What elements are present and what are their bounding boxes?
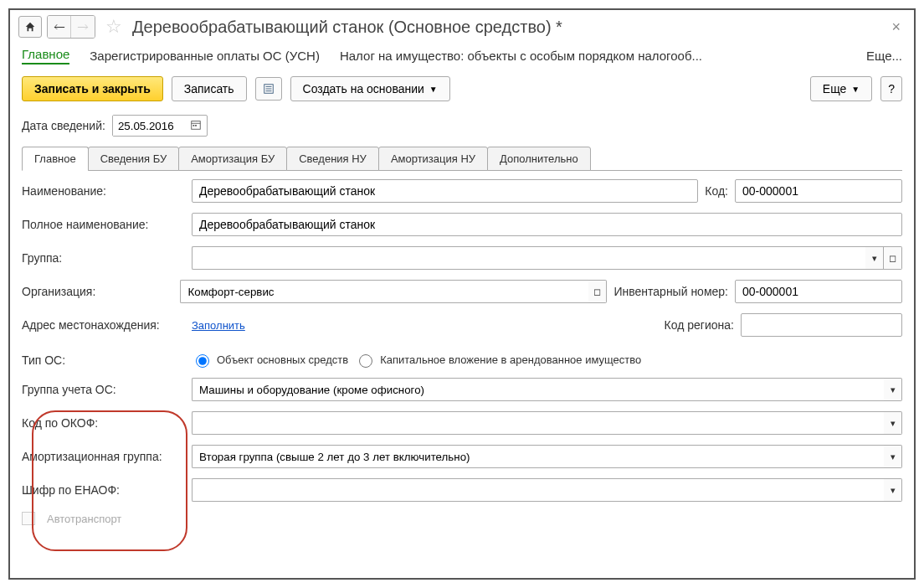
group-input[interactable] — [192, 246, 865, 270]
subtab-amort-nu[interactable]: Амортизация НУ — [378, 147, 488, 171]
accgroup-label: Группа учета ОС: — [22, 383, 185, 396]
accgroup-input[interactable] — [192, 378, 884, 401]
inv-label: Инвентарный номер: — [613, 285, 728, 298]
form-area: Наименование: Код: Полное наименование: … — [10, 171, 914, 544]
auto-label: Автотранспорт — [47, 513, 121, 525]
org-combo: ◻ — [180, 280, 607, 303]
okof-combo: ▾ — [192, 411, 902, 435]
more-button[interactable]: Еще ▼ — [810, 76, 872, 101]
enaof-combo: ▾ — [192, 478, 902, 502]
open-icon[interactable]: ◻ — [884, 246, 902, 270]
auto-checkbox — [22, 512, 35, 525]
addr-label: Адрес местонахождения: — [22, 318, 185, 332]
toolbar: Записать и закрыть Записать Создать на о… — [10, 73, 914, 111]
svg-rect-6 — [192, 125, 194, 126]
radio-capital[interactable]: Капитальное вложение в арендованное имущ… — [355, 352, 641, 368]
chevron-down-icon: ▼ — [429, 85, 438, 94]
amort-combo: ▾ — [192, 445, 902, 468]
date-label: Дата сведений: — [22, 119, 105, 132]
dropdown-icon[interactable]: ▾ — [884, 478, 902, 502]
radio-capital-input[interactable] — [359, 354, 372, 368]
date-input-wrap — [112, 115, 208, 137]
date-row: Дата сведений: — [10, 111, 914, 140]
inv-input[interactable] — [735, 280, 902, 303]
svg-rect-7 — [195, 125, 197, 126]
name-input[interactable] — [192, 179, 698, 203]
nav-group: 🡐 🡒 — [47, 15, 95, 39]
close-icon[interactable]: × — [886, 18, 906, 36]
subtabs: Главное Сведения БУ Амортизация БУ Сведе… — [22, 147, 902, 171]
accgroup-combo: ▾ — [192, 378, 902, 401]
name-label: Наименование: — [22, 184, 185, 198]
radio-object[interactable]: Объект основных средств — [192, 352, 348, 368]
dropdown-icon[interactable]: ▾ — [884, 411, 902, 435]
enaof-label: Шифр по ЕНАОФ: — [22, 483, 185, 497]
fullname-input[interactable] — [192, 213, 902, 236]
titlebar: 🡐 🡒 ☆ Деревообрабатывающий станок (Основ… — [10, 10, 914, 44]
calendar-icon[interactable] — [185, 119, 207, 133]
tab-more[interactable]: Еще... — [866, 49, 902, 63]
org-label: Организация: — [22, 285, 173, 298]
dropdown-icon[interactable]: ▾ — [884, 378, 902, 401]
fill-link[interactable]: Заполнить — [192, 319, 245, 332]
tab-main[interactable]: Главное — [22, 47, 69, 64]
dropdown-icon[interactable]: ▾ — [884, 445, 902, 468]
create-based-button[interactable]: Создать на основании ▼ — [290, 76, 450, 101]
tab-payments[interactable]: Зарегистрированные оплаты ОС (УСН) — [90, 49, 320, 63]
code-label: Код: — [705, 184, 728, 198]
group-label: Группа: — [22, 251, 185, 265]
subtab-extra[interactable]: Дополнительно — [487, 147, 591, 171]
subtab-nu[interactable]: Сведения НУ — [286, 147, 379, 171]
org-input[interactable] — [180, 280, 588, 303]
okof-label: Код по ОКОФ: — [22, 416, 185, 430]
home-button[interactable] — [18, 16, 42, 38]
help-button[interactable]: ? — [880, 76, 902, 101]
region-label: Код региона: — [665, 318, 734, 332]
amort-label: Амортизационная группа: — [22, 450, 185, 463]
radio-capital-label: Капитальное вложение в арендованное имущ… — [380, 353, 641, 366]
radio-object-input[interactable] — [196, 354, 209, 368]
enaof-input[interactable] — [192, 478, 884, 502]
list-icon-button[interactable] — [255, 77, 282, 101]
more-label: Еще — [823, 82, 847, 95]
type-label: Тип ОС: — [22, 353, 185, 367]
fullname-label: Полное наименование: — [22, 218, 185, 231]
amort-input[interactable] — [192, 445, 884, 468]
forward-button: 🡒 — [71, 16, 95, 38]
group-combo: ▾ ◻ — [192, 246, 902, 270]
favorite-icon[interactable]: ☆ — [105, 16, 122, 38]
create-based-label: Создать на основании — [303, 82, 424, 95]
radio-object-label: Объект основных средств — [217, 353, 348, 366]
tab-tax[interactable]: Налог на имущество: объекты с особым пор… — [340, 49, 702, 63]
open-icon[interactable]: ◻ — [588, 280, 607, 303]
dropdown-icon[interactable]: ▾ — [865, 246, 884, 270]
chevron-down-icon: ▼ — [851, 85, 860, 94]
back-button[interactable]: 🡐 — [48, 16, 71, 38]
save-close-button[interactable]: Записать и закрыть — [22, 76, 163, 101]
code-input[interactable] — [735, 179, 902, 203]
subtab-amort-bu[interactable]: Амортизация БУ — [178, 147, 287, 171]
subtab-main[interactable]: Главное — [22, 147, 89, 171]
date-input[interactable] — [113, 116, 185, 136]
window-title: Деревообрабатывающий станок (Основное ср… — [132, 18, 881, 37]
region-input[interactable] — [741, 313, 902, 337]
window: 🡐 🡒 ☆ Деревообрабатывающий станок (Основ… — [8, 8, 916, 580]
okof-input[interactable] — [192, 411, 884, 435]
main-tabs: Главное Зарегистрированные оплаты ОС (УС… — [10, 44, 914, 73]
subtab-bu[interactable]: Сведения БУ — [88, 147, 180, 171]
save-button[interactable]: Записать — [172, 76, 247, 101]
